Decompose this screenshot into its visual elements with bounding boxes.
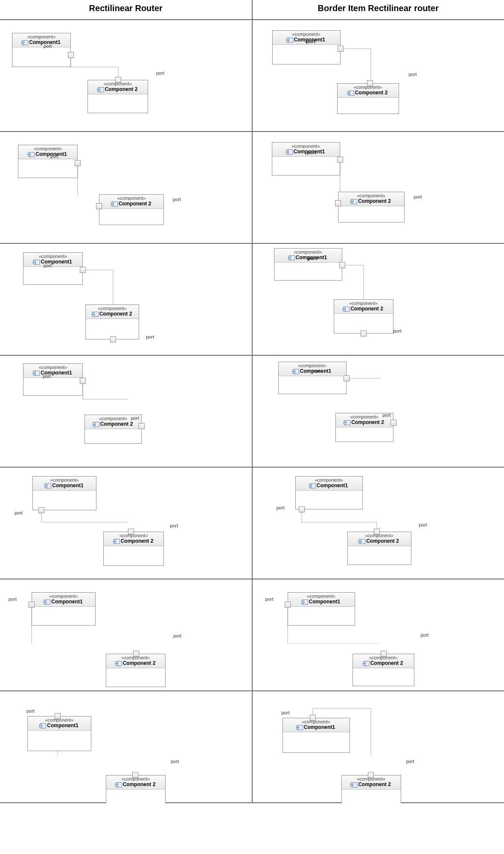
port-box[interactable] (381, 651, 387, 657)
component-name: Component1 (302, 599, 340, 605)
component-box[interactable]: «component»Component 2 (106, 654, 166, 687)
component-name: Component1 (297, 724, 335, 730)
component-header: «component»Component1 (33, 477, 96, 491)
port-box[interactable] (335, 200, 341, 206)
component-icon (44, 600, 50, 605)
port-box[interactable] (338, 46, 344, 52)
port-box[interactable] (80, 378, 86, 384)
port-box[interactable] (374, 529, 380, 535)
component-box[interactable]: «component»Component 2 (334, 299, 393, 333)
port-label: port (50, 154, 58, 159)
port-box[interactable] (299, 506, 305, 512)
component-box[interactable]: «component»Component 2 (347, 532, 411, 565)
stereotype-label: «component» (101, 196, 162, 201)
port-box[interactable] (310, 715, 316, 721)
port-box[interactable] (55, 713, 61, 719)
component-header: «component»Component1 (18, 145, 77, 159)
port-box[interactable] (96, 203, 102, 209)
component-icon (359, 539, 365, 544)
component-name-text: Component1 (52, 483, 83, 488)
component-box[interactable]: «component»Component1 (27, 716, 91, 751)
component-name-text: Component1 (317, 483, 348, 488)
diagram-cell-right: «component»Component1«component»Componen… (253, 579, 504, 690)
component-box[interactable]: «component»Component 2 (341, 775, 401, 803)
component-name: Component1 (34, 259, 72, 265)
component-box[interactable]: «component»Component1 (278, 362, 347, 394)
component-box[interactable]: «component»Component 2 (99, 194, 164, 225)
port-box[interactable] (367, 80, 373, 86)
component-box[interactable]: «component»Component1 (32, 592, 96, 626)
port-box[interactable] (344, 375, 350, 381)
component-name-text: Component 2 (121, 538, 154, 544)
port-box[interactable] (80, 267, 86, 273)
component-icon (116, 661, 122, 666)
port-box[interactable] (139, 423, 145, 429)
port-box[interactable] (38, 507, 44, 513)
port-box[interactable] (128, 529, 134, 535)
port-label: port (406, 759, 414, 764)
component-box[interactable]: «component»Component1 (283, 718, 350, 753)
port-label: port (131, 415, 139, 421)
stereotype-label: «component» (25, 254, 81, 259)
port-label: port (282, 710, 290, 715)
port-box[interactable] (368, 772, 374, 778)
port-label: port (393, 328, 402, 333)
stereotype-label: «component» (274, 143, 338, 149)
port-box[interactable] (133, 651, 139, 657)
component-name-text: Component 2 (123, 660, 156, 666)
component-box[interactable]: «component»Component 2 (106, 775, 166, 803)
component-name-text: Component 2 (100, 421, 133, 427)
component-box[interactable]: «component»Component1 (23, 252, 83, 285)
stereotype-label: «component» (280, 363, 344, 368)
port-box[interactable] (337, 157, 343, 163)
component-box[interactable]: «component»Component1 (272, 30, 341, 64)
component-name: Component 2 (344, 306, 383, 312)
port-box[interactable] (29, 602, 35, 608)
component-box[interactable]: «component»Component1 (272, 142, 340, 175)
component-box[interactable]: «component»Component1 (274, 248, 342, 281)
component-name: Component 2 (351, 198, 391, 204)
port-box[interactable] (75, 160, 81, 166)
stereotype-label: «component» (25, 365, 81, 370)
port-box[interactable] (110, 336, 116, 342)
port-label: port (307, 150, 316, 155)
component-name: Component 2 (93, 421, 133, 427)
component-box[interactable]: «component»Component 2 (87, 80, 148, 113)
component-box[interactable]: «component»Component 2 (103, 532, 164, 566)
component-icon (22, 40, 28, 45)
component-icon (287, 38, 293, 43)
component-box[interactable]: «component»Component1 (12, 33, 71, 67)
component-name-text: Component 2 (350, 306, 383, 312)
component-name-text: Component 2 (366, 538, 399, 544)
port-box[interactable] (68, 52, 74, 58)
component-box[interactable]: «component»Component1 (18, 145, 78, 178)
component-name: Component 2 (116, 660, 156, 666)
diagram-cell-left: «component»Component1«component»Componen… (0, 468, 253, 579)
port-box[interactable] (132, 772, 138, 778)
component-icon (344, 420, 350, 425)
port-label: port (44, 44, 52, 49)
grid-row: «component»Component1«component»Componen… (0, 356, 504, 468)
component-box[interactable]: «component»Component1 (288, 592, 355, 626)
stereotype-label: «component» (297, 477, 361, 483)
port-box[interactable] (390, 420, 396, 426)
component-name-text: Component 2 (99, 311, 132, 317)
port-label: port (419, 522, 427, 527)
port-box[interactable] (361, 330, 367, 336)
component-box[interactable]: «component»Component1 (295, 476, 363, 509)
component-name-text: Component 2 (105, 86, 138, 92)
component-name: Component 2 (348, 90, 388, 96)
component-icon (114, 539, 120, 544)
port-box[interactable] (339, 262, 345, 268)
component-box[interactable]: «component»Component 2 (337, 83, 399, 114)
component-box[interactable]: «component»Component 2 (85, 304, 139, 339)
header-left: Rectilinear Router (0, 0, 253, 19)
component-box[interactable]: «component»Component 2 (338, 192, 405, 222)
port-box[interactable] (115, 77, 121, 83)
port-box[interactable] (285, 602, 291, 608)
diagram-cell-left: «component»Component1«component»Componen… (0, 356, 253, 467)
component-box[interactable]: «component»Component 2 (353, 654, 414, 686)
port-label: port (306, 39, 315, 44)
component-box[interactable]: «component»Component1 (32, 476, 96, 510)
component-box[interactable]: «component»Component1 (23, 363, 83, 396)
